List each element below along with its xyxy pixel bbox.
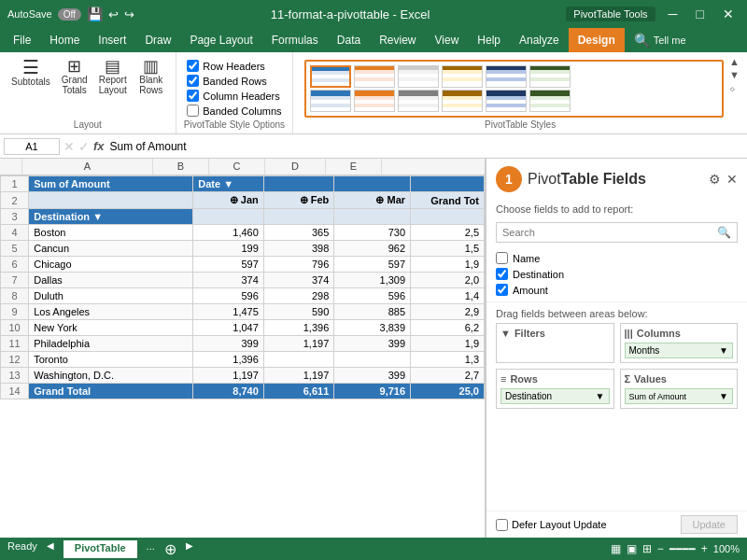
search-icon[interactable]: 🔍 xyxy=(634,33,650,48)
cell-e14[interactable]: 25,0 xyxy=(411,384,485,399)
cell-e5[interactable]: 1,5 xyxy=(411,241,485,257)
save-icon[interactable]: 💾 xyxy=(87,7,103,21)
tab-pagelayout[interactable]: Page Layout xyxy=(180,28,261,52)
cell-a10[interactable]: New York xyxy=(29,320,193,336)
cell-a1[interactable]: Sum of Amount xyxy=(29,176,193,192)
sum-amount-dropdown[interactable]: ▼ xyxy=(719,391,728,401)
style-swatch-7[interactable] xyxy=(310,90,351,112)
cell-c8[interactable]: 298 xyxy=(263,288,333,304)
tab-help[interactable]: Help xyxy=(468,28,510,52)
tab-data[interactable]: Data xyxy=(328,28,370,52)
field-amount-checkbox[interactable] xyxy=(496,284,508,296)
cell-a2[interactable] xyxy=(29,192,193,209)
pivot-styles-scroll[interactable]: ▲ ▼ ⬦ xyxy=(729,56,740,93)
field-destination-checkbox[interactable] xyxy=(496,268,508,280)
tab-home[interactable]: Home xyxy=(40,28,89,52)
cell-d3[interactable] xyxy=(334,209,411,225)
style-swatch-9[interactable] xyxy=(398,90,439,112)
cell-d14[interactable]: 9,716 xyxy=(334,384,411,399)
cell-c11[interactable]: 1,197 xyxy=(263,336,333,352)
cell-e4[interactable]: 2,5 xyxy=(411,225,485,241)
style-swatch-12[interactable] xyxy=(529,90,571,112)
cell-d7[interactable]: 1,309 xyxy=(334,273,411,288)
cell-d4[interactable]: 730 xyxy=(334,225,411,241)
minimize-btn[interactable]: ─ xyxy=(663,7,684,21)
cell-c5[interactable]: 398 xyxy=(263,241,333,257)
cell-c4[interactable]: 365 xyxy=(263,225,333,241)
cell-d12[interactable] xyxy=(334,352,411,368)
cell-a3[interactable]: Destination ▼ xyxy=(29,209,193,225)
cell-e2[interactable]: Grand Tot xyxy=(411,192,485,209)
cell-d5[interactable]: 962 xyxy=(334,241,411,257)
close-btn[interactable]: ✕ xyxy=(717,7,740,21)
restore-btn[interactable]: □ xyxy=(691,7,710,21)
defer-checkbox-label[interactable]: Defer Layout Update xyxy=(496,519,607,531)
report-layout-button[interactable]: ▤ ReportLayout xyxy=(95,56,131,97)
update-button[interactable]: Update xyxy=(681,515,738,534)
cell-c10[interactable]: 1,396 xyxy=(263,320,333,336)
cell-b5[interactable]: 199 xyxy=(193,241,263,257)
tab-analyze[interactable]: Analyze xyxy=(510,28,569,52)
cell-a8[interactable]: Duluth xyxy=(29,288,193,304)
cell-c12[interactable] xyxy=(263,352,333,368)
cell-e10[interactable]: 6,2 xyxy=(411,320,485,336)
banded-columns-checkbox[interactable]: Banded Columns xyxy=(187,105,281,117)
cell-b6[interactable]: 597 xyxy=(193,257,263,273)
cell-b14[interactable]: 8,740 xyxy=(193,384,263,399)
name-box[interactable] xyxy=(4,138,60,155)
row-headers-input[interactable] xyxy=(187,60,199,72)
cell-e9[interactable]: 2,9 xyxy=(411,304,485,320)
cell-b11[interactable]: 399 xyxy=(193,336,263,352)
scroll-left-arrow[interactable]: ◀ xyxy=(47,540,54,558)
cell-b13[interactable]: 1,197 xyxy=(193,368,263,384)
cell-a13[interactable]: Washington, D.C. xyxy=(29,368,193,384)
style-swatch-6[interactable] xyxy=(529,65,571,88)
cell-a14[interactable]: Grand Total xyxy=(29,384,193,399)
sheet-tab-pivottable[interactable]: PivotTable xyxy=(63,540,137,558)
banded-rows-input[interactable] xyxy=(187,75,199,87)
banded-columns-input[interactable] xyxy=(187,105,199,117)
cell-c3[interactable] xyxy=(263,209,333,225)
cell-b1[interactable]: Date ▼ xyxy=(193,176,263,192)
panel-close-icon[interactable]: ✕ xyxy=(726,172,738,187)
banded-rows-checkbox[interactable]: Banded Rows xyxy=(187,75,281,87)
blank-rows-button[interactable]: ▥ BlankRows xyxy=(134,56,168,97)
tell-me-label[interactable]: Tell me xyxy=(654,35,686,46)
zoom-in-icon[interactable]: + xyxy=(701,542,708,555)
cell-c2[interactable]: ⊕ Feb xyxy=(263,192,333,209)
tab-design[interactable]: Design xyxy=(569,28,625,52)
cell-a11[interactable]: Philadelphia xyxy=(29,336,193,352)
tab-file[interactable]: File xyxy=(4,28,40,52)
cell-e3[interactable] xyxy=(411,209,485,225)
panel-search-box[interactable]: 🔍 xyxy=(496,222,738,243)
cell-d11[interactable]: 399 xyxy=(334,336,411,352)
cell-c9[interactable]: 590 xyxy=(263,304,333,320)
style-swatch-2[interactable] xyxy=(354,65,395,88)
subtotals-button[interactable]: ☰ Subtotals xyxy=(7,56,54,89)
cell-a5[interactable]: Cancun xyxy=(29,241,193,257)
cell-c6[interactable]: 796 xyxy=(263,257,333,273)
column-headers-input[interactable] xyxy=(187,90,199,102)
normal-view-icon[interactable]: ▦ xyxy=(611,542,621,555)
cell-a9[interactable]: Los Angeles xyxy=(29,304,193,320)
cell-e6[interactable]: 1,9 xyxy=(411,257,485,273)
cell-c14[interactable]: 6,611 xyxy=(263,384,333,399)
cell-d6[interactable]: 597 xyxy=(334,257,411,273)
style-swatch-1[interactable] xyxy=(310,65,351,88)
formula-input[interactable] xyxy=(110,140,743,153)
defer-checkbox[interactable] xyxy=(496,519,508,531)
col-header-c[interactable]: C xyxy=(209,159,265,175)
cell-b4[interactable]: 1,460 xyxy=(193,225,263,241)
cell-e11[interactable]: 1,9 xyxy=(411,336,485,352)
cell-b3[interactable] xyxy=(193,209,263,225)
cell-a4[interactable]: Boston xyxy=(29,225,193,241)
style-swatch-10[interactable] xyxy=(442,90,483,112)
col-header-e[interactable]: E xyxy=(326,159,382,175)
cell-d8[interactable]: 596 xyxy=(334,288,411,304)
redo-icon[interactable]: ↪ xyxy=(124,7,134,21)
field-name-checkbox[interactable] xyxy=(496,252,508,264)
style-swatch-8[interactable] xyxy=(354,90,395,112)
grand-totals-button[interactable]: ⊞ GrandTotals xyxy=(58,56,92,97)
cell-c7[interactable]: 374 xyxy=(263,273,333,288)
scroll-down-icon[interactable]: ▼ xyxy=(729,69,740,80)
